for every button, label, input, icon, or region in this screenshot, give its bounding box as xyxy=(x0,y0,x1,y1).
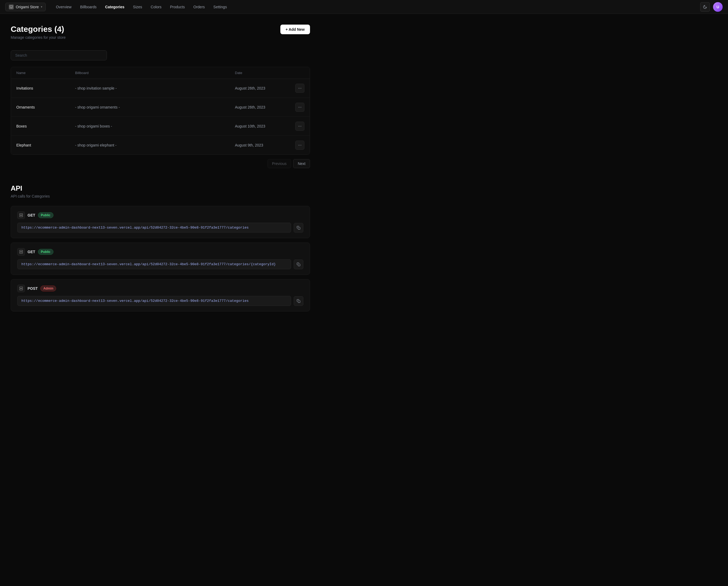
api-server-icon-1 xyxy=(17,248,25,256)
page-subtitle: Manage categories for your store xyxy=(11,35,66,40)
api-url-0: https://ecommerce-admin-dashboard-next13… xyxy=(17,223,291,233)
table-row: Elephant - shop origami elephant - Augus… xyxy=(11,136,310,154)
pagination: Previous Next xyxy=(11,159,310,168)
nav-products[interactable]: Products xyxy=(166,3,188,11)
cell-actions-1: ··· xyxy=(288,103,304,112)
api-card-header-1: GET Public xyxy=(17,248,303,256)
table-row: Invitations - shop invitation sample - A… xyxy=(11,79,310,98)
svg-rect-6 xyxy=(20,250,23,252)
svg-rect-15 xyxy=(298,301,300,303)
svg-rect-12 xyxy=(20,289,23,290)
api-section: API API calls for Categories GET Public … xyxy=(11,184,310,311)
nav-orders[interactable]: Orders xyxy=(190,3,209,11)
api-card-0: GET Public https://ecommerce-admin-dashb… xyxy=(11,206,310,238)
search-input[interactable] xyxy=(11,50,107,60)
cell-name-2: Boxes xyxy=(16,124,75,128)
api-url-row-2: https://ecommerce-admin-dashboard-next13… xyxy=(17,296,303,306)
nav-settings[interactable]: Settings xyxy=(210,3,231,11)
api-title: API xyxy=(11,184,310,193)
api-url-row-1: https://ecommerce-admin-dashboard-next13… xyxy=(17,259,303,269)
copy-button-2[interactable] xyxy=(294,296,303,306)
svg-rect-0 xyxy=(10,6,12,7)
nav-billboards[interactable]: Billboards xyxy=(76,3,100,11)
page-header: Categories (4) Manage categories for you… xyxy=(11,25,310,40)
topnav: Origami Store ▾ Overview Billboards Cate… xyxy=(0,0,728,14)
api-card-2: POST Admin https://ecommerce-admin-dashb… xyxy=(11,279,310,311)
cell-billboard-1: - shop origami ornaments - xyxy=(75,105,235,109)
svg-rect-1 xyxy=(20,213,23,215)
avatar-placeholder: U xyxy=(713,2,723,12)
api-badge-2: Admin xyxy=(41,285,56,291)
nav-links: Overview Billboards Categories Sizes Col… xyxy=(52,3,700,11)
api-server-icon-0 xyxy=(17,211,25,219)
cell-billboard-2: - shop origami boxes - xyxy=(75,124,235,128)
svg-rect-7 xyxy=(20,252,23,253)
api-method-2: POST xyxy=(28,286,38,290)
cell-actions-3: ··· xyxy=(288,141,304,150)
api-badge-1: Public xyxy=(38,249,53,255)
api-card-1: GET Public https://ecommerce-admin-dashb… xyxy=(11,243,310,275)
avatar[interactable]: U xyxy=(713,2,723,12)
table-row: Ornaments - shop origami ornaments - Aug… xyxy=(11,98,310,117)
row-action-button-0[interactable]: ··· xyxy=(295,84,304,93)
page-title: Categories (4) xyxy=(11,25,66,34)
row-action-button-2[interactable]: ··· xyxy=(295,122,304,131)
svg-rect-10 xyxy=(298,264,300,266)
row-action-button-3[interactable]: ··· xyxy=(295,141,304,150)
categories-table: Name Billboard Date Invitations - shop i… xyxy=(11,67,310,155)
chevron-down-icon: ▾ xyxy=(41,5,42,8)
nav-overview[interactable]: Overview xyxy=(52,3,75,11)
page-header-text: Categories (4) Manage categories for you… xyxy=(11,25,66,40)
api-method-1: GET xyxy=(28,250,35,254)
table-header: Name Billboard Date xyxy=(11,67,310,79)
col-billboard: Billboard xyxy=(75,71,235,75)
svg-rect-5 xyxy=(298,227,300,229)
api-badge-0: Public xyxy=(38,212,53,218)
cell-actions-2: ··· xyxy=(288,122,304,131)
search-container xyxy=(11,50,310,60)
col-date: Date xyxy=(235,71,288,75)
api-method-0: GET xyxy=(28,213,35,218)
svg-rect-2 xyxy=(20,215,23,217)
main-content: Categories (4) Manage categories for you… xyxy=(0,14,321,332)
cell-date-1: August 26th, 2023 xyxy=(235,105,288,109)
col-actions xyxy=(288,71,304,75)
api-server-icon-2 xyxy=(17,285,25,292)
api-subtitle: API calls for Categories xyxy=(11,194,310,198)
copy-button-0[interactable] xyxy=(294,223,303,233)
col-name: Name xyxy=(16,71,75,75)
cell-actions-0: ··· xyxy=(288,84,304,93)
copy-button-1[interactable] xyxy=(294,260,303,269)
add-new-button[interactable]: + Add New xyxy=(280,25,310,34)
cell-name-0: Invitations xyxy=(16,86,75,91)
cell-name-3: Elephant xyxy=(16,143,75,147)
store-icon xyxy=(9,4,14,9)
nav-categories[interactable]: Categories xyxy=(101,3,128,11)
cell-billboard-3: - shop origami elephant - xyxy=(75,143,235,147)
row-action-button-1[interactable]: ··· xyxy=(295,103,304,112)
previous-button[interactable]: Previous xyxy=(267,159,291,168)
cell-name-1: Ornaments xyxy=(16,105,75,109)
store-name: Origami Store xyxy=(16,5,39,9)
cell-date-3: August 9th, 2023 xyxy=(235,143,288,147)
api-card-header-0: GET Public xyxy=(17,211,303,219)
nav-sizes[interactable]: Sizes xyxy=(129,3,146,11)
api-url-2: https://ecommerce-admin-dashboard-next13… xyxy=(17,296,291,306)
cell-date-0: August 26th, 2023 xyxy=(235,86,288,91)
table-row: Boxes - shop origami boxes - August 10th… xyxy=(11,117,310,136)
nav-right: U xyxy=(700,2,723,12)
svg-rect-11 xyxy=(20,287,23,288)
api-url-row-0: https://ecommerce-admin-dashboard-next13… xyxy=(17,223,303,233)
api-card-header-2: POST Admin xyxy=(17,285,303,292)
next-button[interactable]: Next xyxy=(293,159,310,168)
nav-colors[interactable]: Colors xyxy=(147,3,165,11)
store-selector[interactable]: Origami Store ▾ xyxy=(5,3,46,11)
cell-billboard-0: - shop invitation sample - xyxy=(75,86,235,91)
cell-date-2: August 10th, 2023 xyxy=(235,124,288,128)
api-url-1: https://ecommerce-admin-dashboard-next13… xyxy=(17,259,291,269)
dark-mode-button[interactable] xyxy=(700,2,710,12)
